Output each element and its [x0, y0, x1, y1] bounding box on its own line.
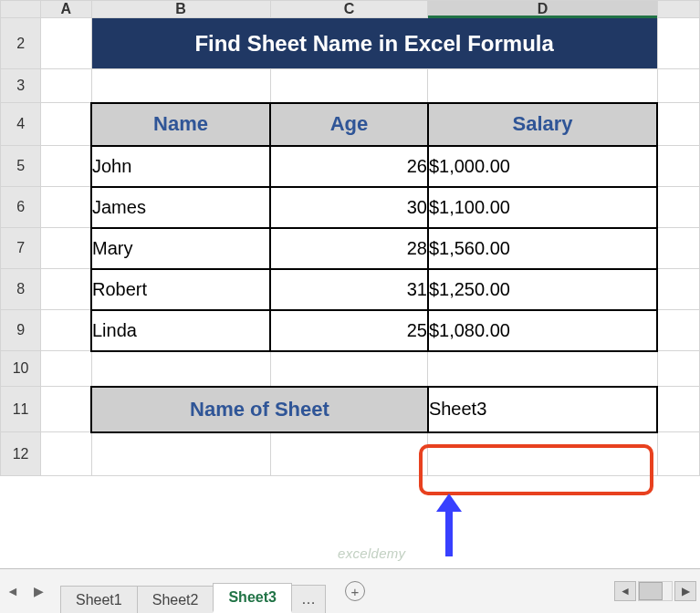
sheet-name-label[interactable]: Name of Sheet	[91, 387, 428, 432]
cell[interactable]	[91, 69, 270, 103]
table-row[interactable]: Mary	[91, 228, 270, 269]
cell[interactable]	[270, 351, 428, 387]
row-header-9[interactable]: 9	[1, 310, 41, 351]
salary-value: 1,100.00	[439, 197, 510, 217]
cell[interactable]	[657, 351, 699, 387]
tab-sheet3[interactable]: Sheet3	[213, 583, 291, 613]
currency-sign: $	[429, 197, 439, 217]
cell[interactable]	[428, 432, 657, 476]
table-row[interactable]: $1,080.00	[428, 310, 657, 351]
table-row[interactable]: John	[91, 146, 270, 187]
cell[interactable]	[657, 18, 699, 69]
table-header-name[interactable]: Name	[91, 103, 270, 146]
cell[interactable]	[41, 18, 91, 69]
cell[interactable]	[270, 69, 428, 103]
row-header-3[interactable]: 3	[1, 69, 41, 103]
row-header-2[interactable]: 2	[1, 18, 41, 69]
table-row[interactable]: $1,100.00	[428, 187, 657, 228]
cell[interactable]	[41, 103, 91, 146]
currency-sign: $	[429, 156, 439, 176]
tab-nav-prev[interactable]: ◄	[0, 578, 26, 604]
col-header-B[interactable]: B	[91, 1, 270, 18]
salary-value: 1,000.00	[439, 156, 510, 176]
table-header-age[interactable]: Age	[270, 103, 428, 146]
cell[interactable]	[91, 351, 270, 387]
table-row[interactable]: 31	[270, 269, 428, 310]
page-title: Find Sheet Name in Excel Formula	[91, 18, 657, 69]
sheet-tab-strip: ◄ ▶ Sheet1 Sheet2 Sheet3 … + ◄ ▶	[0, 568, 700, 613]
cell[interactable]	[41, 146, 91, 187]
new-sheet-button[interactable]: +	[345, 581, 365, 601]
currency-sign: $	[429, 279, 439, 299]
cell[interactable]	[657, 310, 699, 351]
cell[interactable]	[41, 69, 91, 103]
cell[interactable]	[657, 69, 699, 103]
cell[interactable]	[657, 387, 699, 432]
row-header-10[interactable]: 10	[1, 351, 41, 387]
select-all-corner[interactable]	[1, 1, 41, 18]
tab-nav-next[interactable]: ▶	[26, 578, 51, 604]
row-header-8[interactable]: 8	[1, 269, 41, 310]
cell[interactable]	[657, 146, 699, 187]
cell[interactable]	[657, 103, 699, 146]
tab-sheet2[interactable]: Sheet2	[137, 586, 214, 613]
table-row[interactable]: 25	[270, 310, 428, 351]
col-header-C[interactable]: C	[270, 1, 428, 18]
cell[interactable]	[41, 269, 91, 310]
cell[interactable]	[91, 432, 270, 476]
col-header-A[interactable]: A	[41, 1, 91, 18]
row-header-11[interactable]: 11	[1, 387, 41, 432]
row-header-4[interactable]: 4	[1, 103, 41, 146]
table-row[interactable]: $1,560.00	[428, 228, 657, 269]
watermark: exceldemy	[338, 545, 405, 561]
cell[interactable]	[428, 351, 657, 387]
worksheet-grid[interactable]: A B C D 2 Find Sheet Name in Excel Formu…	[0, 0, 700, 568]
horizontal-scrollbar[interactable]: ◄ ▶	[596, 569, 696, 613]
cell[interactable]	[41, 432, 91, 476]
row-header-12[interactable]: 12	[1, 432, 41, 476]
cell[interactable]	[41, 187, 91, 228]
cell[interactable]	[657, 187, 699, 228]
col-header-D[interactable]: D	[428, 1, 657, 18]
cell[interactable]	[41, 387, 91, 432]
row-header-7[interactable]: 7	[1, 228, 41, 269]
tab-sheet1[interactable]: Sheet1	[60, 586, 138, 613]
cell[interactable]	[657, 432, 699, 476]
tab-more[interactable]: …	[291, 585, 326, 613]
currency-sign: $	[429, 238, 439, 258]
table-row[interactable]: 28	[270, 228, 428, 269]
scroll-right-icon[interactable]: ▶	[674, 581, 696, 601]
salary-value: 1,080.00	[439, 320, 510, 340]
row-header-6[interactable]: 6	[1, 187, 41, 228]
table-row[interactable]: $1,000.00	[428, 146, 657, 187]
cell[interactable]	[41, 228, 91, 269]
salary-value: 1,560.00	[439, 238, 510, 258]
cell[interactable]	[428, 69, 657, 103]
salary-value: 1,250.00	[439, 279, 510, 299]
scroll-track[interactable]	[638, 581, 673, 601]
currency-sign: $	[429, 320, 439, 340]
table-row[interactable]: $1,250.00	[428, 269, 657, 310]
table-row[interactable]: 30	[270, 187, 428, 228]
table-row[interactable]: 26	[270, 146, 428, 187]
scroll-thumb[interactable]	[639, 582, 663, 600]
col-header-extra[interactable]	[657, 1, 699, 18]
table-row[interactable]: Robert	[91, 269, 270, 310]
cell[interactable]	[41, 310, 91, 351]
cell[interactable]	[657, 228, 699, 269]
row-header-5[interactable]: 5	[1, 146, 41, 187]
table-header-salary[interactable]: Salary	[428, 103, 657, 146]
cell[interactable]	[270, 432, 428, 476]
table-row[interactable]: James	[91, 187, 270, 228]
cell[interactable]	[657, 269, 699, 310]
scroll-left-icon[interactable]: ◄	[614, 581, 636, 601]
table-row[interactable]: Linda	[91, 310, 270, 351]
sheet-name-result[interactable]: Sheet3	[428, 387, 657, 432]
cell[interactable]	[41, 351, 91, 387]
